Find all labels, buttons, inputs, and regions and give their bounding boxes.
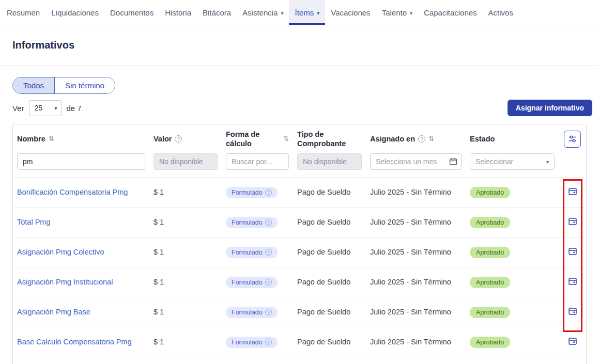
column-settings-button[interactable] — [564, 131, 581, 148]
assignment-calendar-button[interactable] — [567, 246, 578, 257]
nav-item-vacaciones[interactable]: Vacaciones — [325, 0, 376, 25]
table-row: Asignación Pmg Base $ 1 Formulado ? Pago… — [13, 297, 586, 327]
help-icon[interactable]: ? — [265, 309, 272, 315]
voucher-type: Pago de Sueldo — [297, 278, 350, 286]
top-nav: Resumen Liquidaciones Documentos Histori… — [0, 0, 599, 25]
item-value: $ 1 — [153, 338, 164, 346]
item-name-link[interactable]: Asignación Pmg Institucional — [17, 278, 113, 286]
assignment-calendar-button[interactable] — [567, 276, 578, 287]
estado-filter-select[interactable]: Seleccionar ▾ — [470, 153, 555, 170]
calendar-action-icon — [568, 187, 577, 196]
help-icon[interactable]: ? — [265, 279, 272, 286]
column-header-valor: Valor — [153, 134, 172, 144]
assignment-calendar-button[interactable] — [567, 336, 578, 347]
item-value: $ 1 — [153, 278, 164, 286]
tab-todos[interactable]: Todos — [13, 77, 54, 93]
main-content: Todos Sin término Ver 25 ▾ de 7 Asignar … — [0, 66, 599, 364]
assigned-period: Julio 2025 - Sin Término — [370, 248, 451, 256]
voucher-type-cell: Pago de Sueldo — [293, 297, 366, 327]
voucher-type-cell: Pago de Sueldo — [293, 237, 366, 267]
calculation-type-label: Formulado — [232, 339, 263, 346]
calendar-action-icon — [568, 307, 577, 316]
nav-item-label: Vacaciones — [331, 8, 370, 17]
nav-item-asistencia[interactable]: Asistencia ▾ — [237, 0, 289, 25]
item-value: $ 1 — [153, 188, 164, 196]
nav-item-documentos[interactable]: Documentos — [104, 0, 159, 25]
assign-informative-button[interactable]: Asignar informativo — [508, 100, 592, 116]
item-value-cell: $ 1 — [149, 297, 222, 327]
nav-item-capacitaciones[interactable]: Capacitaciones — [418, 0, 483, 25]
status-badge: Aprobado — [470, 277, 510, 288]
asignado-month-filter-input[interactable] — [370, 153, 462, 170]
calendar-icon[interactable] — [449, 157, 457, 166]
nav-item-label: Talento — [382, 8, 407, 17]
table-filter-row: Seleccionar ▾ — [13, 153, 586, 177]
page-header: Informativos — [0, 25, 599, 66]
item-name-link[interactable]: Asignación Pmg Colectivo — [17, 248, 104, 256]
help-icon[interactable]: ? — [265, 189, 272, 196]
assignment-calendar-button[interactable] — [567, 186, 578, 197]
page-size-control: Ver 25 ▾ de 7 — [12, 100, 82, 116]
page-size-suffix-label: de 7 — [67, 104, 82, 113]
column-header-forma-de-calculo[interactable]: Forma de cálculo — [226, 130, 280, 148]
assigned-period: Julio 2025 - Sin Término — [370, 278, 451, 286]
nav-item-activos[interactable]: Activos — [483, 0, 519, 25]
sort-icon[interactable]: ⇅ — [428, 134, 434, 144]
status-badge: Aprobado — [470, 217, 510, 228]
help-icon[interactable]: ? — [265, 219, 272, 226]
item-value-cell: $ 1 — [149, 207, 222, 237]
status-badge: Aprobado — [470, 247, 510, 258]
table-row: Total Pmg $ 1 Formulado ? Pago de Sueldo… — [13, 207, 586, 237]
voucher-type-cell: Pago de Sueldo — [293, 267, 366, 297]
nav-item-talento[interactable]: Talento ▾ — [376, 0, 418, 25]
column-header-nombre[interactable]: Nombre — [17, 134, 45, 144]
nav-item-label: Capacitaciones — [424, 8, 477, 17]
status-badge: Aprobado — [470, 187, 510, 198]
estado-select-placeholder: Seleccionar — [475, 157, 513, 166]
calculation-type-badge: Formulado ? — [226, 217, 278, 228]
status-label: Aprobado — [476, 189, 504, 196]
nav-item-resumen[interactable]: Resumen — [1, 0, 45, 25]
item-name-link[interactable]: Base Calculo Compensatoria Pmg — [17, 338, 132, 346]
assigned-period-cell: Julio 2025 - Sin Término — [366, 357, 466, 364]
assigned-period-cell: Julio 2025 - Sin Término — [366, 327, 466, 357]
table-row: Bonificación Compensatoria Pmg $ 1 Formu… — [13, 177, 586, 207]
nav-item-bita-cora[interactable]: Bitácora — [197, 0, 237, 25]
nombre-filter-input[interactable] — [17, 153, 145, 170]
nav-item-historia[interactable]: Historia — [159, 0, 197, 25]
calculation-type-badge: Formulado ? — [226, 337, 278, 348]
table-row: Base Calculo Pmg $ 1 Formulado ? Pago de… — [13, 357, 586, 364]
assigned-period-cell: Julio 2025 - Sin Término — [366, 177, 466, 207]
status-label: Aprobado — [476, 219, 504, 226]
page-size-value: 25 — [35, 104, 43, 112]
help-icon[interactable]: ? — [418, 135, 425, 143]
informatives-table: Nombre ⇅ Valor ? Forma de cálculo ⇅ Tipo… — [12, 124, 587, 364]
sort-icon[interactable]: ⇅ — [283, 134, 289, 144]
nav-item-i-tems[interactable]: Ítems ▾ — [289, 0, 325, 25]
assignment-calendar-button[interactable] — [567, 216, 578, 227]
help-icon[interactable]: ? — [175, 135, 182, 143]
column-header-asignado-en[interactable]: Asignado en — [370, 134, 415, 144]
help-icon[interactable]: ? — [265, 339, 272, 345]
tab-sin-termino[interactable]: Sin término — [54, 77, 115, 93]
help-icon[interactable]: ? — [265, 249, 272, 256]
page-size-select[interactable]: 25 ▾ — [29, 100, 62, 116]
calculation-type-label: Formulado — [232, 279, 263, 286]
forma-filter-input[interactable] — [226, 153, 289, 170]
item-name-link[interactable]: Bonificación Compensatoria Pmg — [17, 188, 128, 196]
table-body: Bonificación Compensatoria Pmg $ 1 Formu… — [13, 177, 586, 364]
nav-item-liquidaciones[interactable]: Liquidaciones — [45, 0, 104, 25]
assignment-calendar-button[interactable] — [567, 306, 578, 317]
sort-icon[interactable]: ⇅ — [49, 134, 54, 144]
column-header-estado: Estado — [470, 134, 495, 144]
valor-filter-input — [153, 153, 218, 170]
item-name-link[interactable]: Asignación Pmg Base — [17, 308, 90, 316]
item-name-link[interactable]: Total Pmg — [17, 218, 50, 226]
item-value: $ 1 — [153, 218, 164, 226]
voucher-type-cell: Pago de Sueldo — [293, 357, 366, 364]
nav-item-label: Resumen — [7, 8, 40, 17]
assigned-period: Julio 2025 - Sin Término — [370, 308, 451, 316]
assigned-period: Julio 2025 - Sin Término — [370, 338, 451, 346]
calculation-type-label: Formulado — [232, 189, 263, 196]
assigned-period-cell: Julio 2025 - Sin Término — [366, 267, 466, 297]
